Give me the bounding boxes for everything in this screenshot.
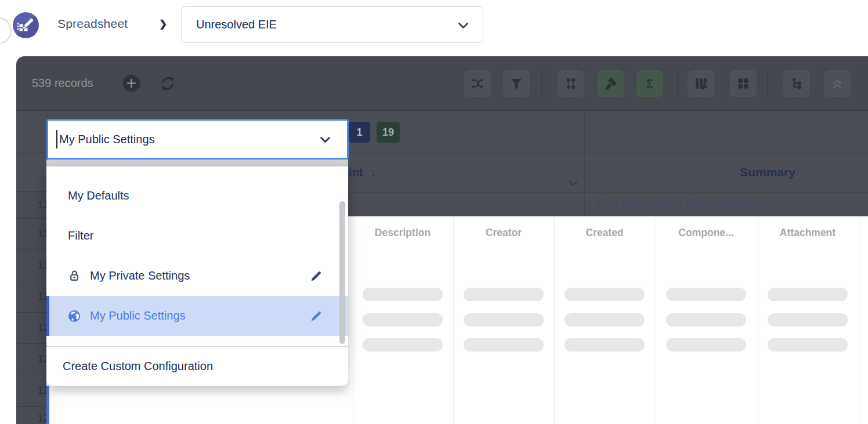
column-header[interactable]: Created [585, 227, 623, 239]
menu-item-my-defaults[interactable]: My Defaults [46, 176, 348, 216]
row-divider [16, 312, 46, 313]
skeleton-pill [768, 313, 848, 327]
hierarchy-icon [789, 76, 804, 91]
menu-item-my-private-settings[interactable]: My Private Settings [46, 256, 348, 296]
add-record-button[interactable] [122, 74, 140, 92]
row-number[interactable]: 128 [16, 383, 46, 397]
filter-icon [509, 76, 524, 91]
refresh-icon [159, 75, 176, 92]
row-number[interactable]: 124 [16, 258, 46, 272]
collapse-button[interactable] [824, 70, 851, 97]
row-number[interactable]: 129 [16, 411, 46, 424]
row-divider [16, 281, 46, 281]
row-number[interactable]: 122 [16, 198, 46, 212]
paint-format-button[interactable] [598, 70, 624, 97]
sigma-icon: Σ [642, 76, 657, 91]
edit-public-settings-button[interactable] [310, 310, 323, 322]
summary-column-header[interactable]: Summary [740, 165, 795, 179]
subheader-label: First Commenter Email (Internal) [596, 197, 765, 211]
filter-button[interactable] [503, 70, 530, 97]
toolbar-divider [767, 71, 768, 96]
row-divider [16, 249, 46, 250]
row-divider [16, 218, 46, 219]
count-badge-green: 19 [377, 122, 400, 143]
create-custom-configuration-button[interactable]: Create Custom Configuration [46, 346, 348, 386]
breadcrumb-chevron-icon: ❯ [159, 18, 167, 30]
edit-private-settings-button[interactable] [310, 270, 323, 282]
plus-icon [122, 74, 140, 92]
page-title: Spreadsheet [57, 17, 128, 31]
pencil-icon [310, 270, 323, 282]
column-settings-icon [693, 76, 708, 91]
toolbar: 539 records [16, 56, 868, 110]
row-divider [16, 406, 46, 407]
skeleton-pill [464, 288, 544, 301]
svg-text:Σ: Σ [646, 77, 653, 90]
skeleton-pill [363, 288, 443, 301]
config-menu: My Defaults Filter My Private Settings [46, 166, 348, 346]
layout-grid-icon [736, 76, 751, 91]
column-gridline [656, 216, 656, 424]
skeleton-pill [565, 313, 645, 327]
column-header[interactable]: Compone... [678, 227, 733, 239]
skeleton-pill [666, 338, 746, 351]
selected-column-indicator [46, 386, 49, 424]
chevron-down-icon[interactable] [568, 180, 578, 186]
chevron-down-icon [320, 136, 331, 143]
toolbar-divider [541, 71, 542, 96]
column-gridline [859, 216, 859, 424]
row-number[interactable]: 126 [16, 321, 46, 335]
skeleton-pill [565, 288, 645, 301]
sort-descending-icon: ↓ [371, 166, 377, 179]
toolbar-divider [677, 71, 678, 96]
skeleton-pill [768, 338, 848, 351]
view-selector[interactable]: Unresolved EIE [181, 6, 483, 43]
skeleton-pill [565, 338, 645, 351]
row-divider [16, 343, 46, 344]
column-gridline [554, 216, 555, 424]
skeleton-pill [363, 338, 443, 351]
shuffle-button[interactable] [464, 70, 491, 97]
count-badge-navy: 1 [349, 122, 370, 143]
partial-avatar-icon [0, 17, 12, 44]
skeleton-pill [768, 288, 848, 301]
app-logo-icon [13, 12, 39, 41]
lock-icon [67, 269, 81, 283]
column-header[interactable]: Creator [486, 227, 522, 239]
layout-button[interactable] [730, 70, 757, 97]
column-settings-button[interactable] [688, 70, 714, 97]
sum-button[interactable]: Σ [636, 70, 663, 97]
refresh-button[interactable] [159, 75, 176, 92]
row-number[interactable]: 125 [16, 289, 46, 303]
shuffle-icon [470, 76, 485, 91]
text-cursor [56, 130, 57, 148]
row-number[interactable]: 123 [16, 227, 46, 241]
column-header[interactable]: Description [375, 227, 431, 239]
header-gridline [584, 111, 585, 217]
config-combobox[interactable]: My Public Settings [46, 119, 349, 160]
menu-item-filter[interactable]: Filter [46, 216, 348, 256]
pencil-icon [310, 310, 323, 322]
view-selector-value: Unresolved EIE [196, 7, 277, 42]
row-number-column: 122 123 124 125 126 127 128 129 [16, 191, 46, 424]
menu-item-my-public-settings[interactable]: My Public Settings [46, 296, 348, 336]
globe-icon [67, 309, 81, 323]
row-divider [16, 375, 46, 375]
collapse-double-chevron-up-icon [830, 76, 845, 91]
chevron-down-icon [458, 22, 469, 29]
popup-gap [46, 160, 348, 166]
hierarchy-button[interactable] [783, 70, 810, 97]
skeleton-pill [363, 313, 443, 327]
spacing-button[interactable] [558, 70, 584, 97]
spacing-dots-icon [563, 76, 578, 91]
skeleton-pill [464, 313, 544, 327]
column-header[interactable]: Attachment [780, 227, 836, 239]
skeleton-pill [666, 288, 746, 301]
row-number[interactable]: 127 [16, 352, 46, 366]
column-gridline [453, 216, 454, 424]
config-combobox-value: My Public Settings [59, 121, 155, 158]
paint-brush-icon [603, 76, 619, 91]
skeleton-pill [666, 313, 746, 327]
skeleton-pill [464, 338, 544, 351]
scrollbar-thumb[interactable] [339, 201, 345, 344]
